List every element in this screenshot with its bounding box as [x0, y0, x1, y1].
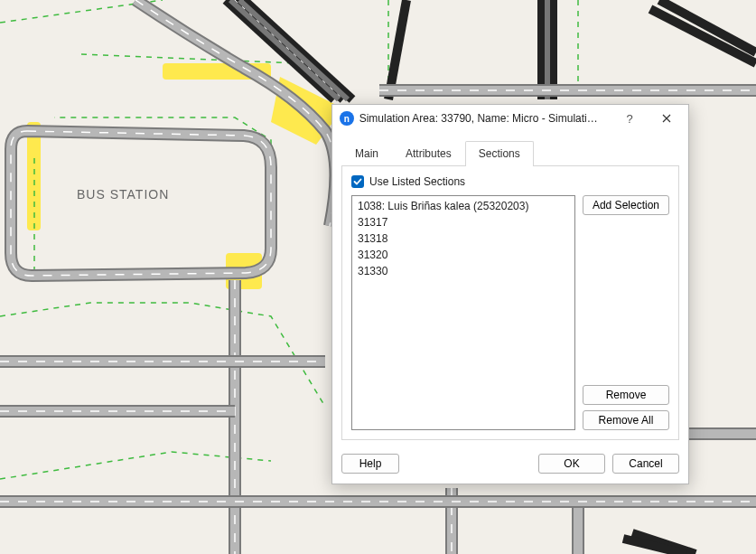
tab-bar: Main Attributes Sections: [341, 141, 679, 166]
tab-sections[interactable]: Sections: [465, 141, 534, 166]
list-item[interactable]: 31330: [356, 263, 571, 279]
checkbox-icon[interactable]: [351, 175, 364, 188]
sections-listbox[interactable]: 1038: Luis Briñas kalea (25320203) 31317…: [351, 195, 575, 430]
checkbox-label: Use Listed Sections: [369, 175, 465, 188]
remove-button[interactable]: Remove: [583, 385, 669, 405]
sections-panel: Use Listed Sections 1038: Luis Briñas ka…: [341, 166, 679, 440]
road-bottom-right: [623, 533, 695, 554]
tab-main[interactable]: Main: [341, 141, 392, 166]
bus-station-label: BUS STATION: [77, 187, 169, 202]
ok-button[interactable]: OK: [538, 454, 605, 474]
dialog-title: Simulation Area: 33790, Name: Micro - Si…: [359, 112, 603, 125]
help-button[interactable]: Help: [341, 454, 399, 474]
app-icon: n: [340, 111, 354, 126]
titlebar[interactable]: n Simulation Area: 33790, Name: Micro - …: [332, 105, 688, 132]
tab-attributes[interactable]: Attributes: [392, 141, 465, 166]
list-item[interactable]: 31320: [356, 247, 571, 263]
list-item[interactable]: 31318: [356, 230, 571, 247]
list-item[interactable]: 31317: [356, 214, 571, 230]
remove-all-button[interactable]: Remove All: [583, 410, 669, 430]
list-item[interactable]: 1038: Luis Briñas kalea (25320203): [356, 198, 571, 214]
cancel-button[interactable]: Cancel: [612, 454, 679, 474]
close-icon[interactable]: [651, 106, 683, 131]
use-listed-sections-row[interactable]: Use Listed Sections: [351, 175, 669, 188]
add-selection-button[interactable]: Add Selection: [583, 195, 669, 215]
dialog-footer: Help OK Cancel: [332, 447, 688, 484]
help-icon[interactable]: ?: [614, 106, 646, 131]
simulation-area-dialog: n Simulation Area: 33790, Name: Micro - …: [331, 104, 689, 484]
